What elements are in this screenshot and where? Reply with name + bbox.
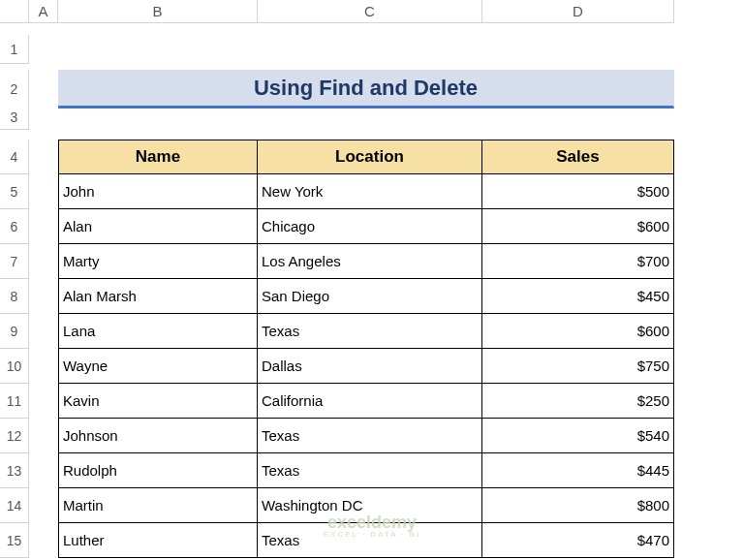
cell[interactable] (58, 35, 258, 64)
table-cell-sales[interactable]: $470 (482, 523, 674, 558)
row-header[interactable]: 8 (0, 279, 29, 314)
cell[interactable] (29, 105, 58, 130)
row-header[interactable]: 13 (0, 453, 29, 488)
cell[interactable] (258, 105, 482, 130)
table-cell-location[interactable]: Chicago (258, 209, 482, 244)
watermark-name: exceldemy (327, 513, 417, 531)
table-cell-sales[interactable]: $445 (482, 453, 674, 488)
select-all-corner[interactable] (0, 0, 29, 23)
cell[interactable] (482, 35, 674, 64)
watermark-tag: EXCEL · DATA · BI (324, 531, 421, 539)
col-header-d[interactable]: D (482, 0, 674, 23)
cell[interactable] (29, 70, 58, 109)
table-cell-name[interactable]: Lana (58, 314, 258, 349)
cell[interactable] (29, 523, 58, 558)
row-header[interactable]: 7 (0, 244, 29, 279)
table-cell-sales[interactable]: $450 (482, 279, 674, 314)
table-cell-location[interactable]: New York (258, 174, 482, 209)
row-header[interactable]: 9 (0, 314, 29, 349)
row-header[interactable]: 10 (0, 349, 29, 384)
col-header-b[interactable]: B (58, 0, 258, 23)
watermark: exceldemy EXCEL · DATA · BI (324, 513, 421, 539)
table-cell-name[interactable]: Rudolph (58, 453, 258, 488)
row-header[interactable]: 2 (0, 70, 29, 109)
table-cell-location[interactable]: Texas (258, 314, 482, 349)
table-cell-sales[interactable]: $600 (482, 209, 674, 244)
table-cell-name[interactable]: John (58, 174, 258, 209)
row-header[interactable]: 14 (0, 488, 29, 523)
table-cell-name[interactable]: Luther (58, 523, 258, 558)
cell[interactable] (29, 488, 58, 523)
cell[interactable] (29, 314, 58, 349)
cell[interactable] (29, 279, 58, 314)
col-header-c[interactable]: C (258, 0, 482, 23)
table-cell-name[interactable]: Alan (58, 209, 258, 244)
row-header[interactable]: 4 (0, 140, 29, 174)
table-cell-location[interactable]: San Diego (258, 279, 482, 314)
cell[interactable] (58, 105, 258, 130)
cell[interactable] (29, 244, 58, 279)
table-cell-name[interactable]: Kavin (58, 384, 258, 419)
cell[interactable] (29, 419, 58, 453)
cell[interactable] (29, 140, 58, 174)
table-cell-name[interactable]: Wayne (58, 349, 258, 384)
table-cell-name[interactable]: Marty (58, 244, 258, 279)
table-cell-location[interactable]: California (258, 384, 482, 419)
row-header[interactable]: 3 (0, 105, 29, 130)
cell[interactable] (29, 35, 58, 64)
table-cell-name[interactable]: Alan Marsh (58, 279, 258, 314)
header-location[interactable]: Location (258, 140, 482, 174)
header-name[interactable]: Name (58, 140, 258, 174)
cell[interactable] (29, 453, 58, 488)
col-header-a[interactable]: A (29, 0, 58, 23)
table-cell-location[interactable]: Texas (258, 419, 482, 453)
spreadsheet-grid[interactable]: A B C D 1 2 Using Find and Delete 3 4 Na… (0, 0, 744, 558)
table-cell-name[interactable]: Johnson (58, 419, 258, 453)
table-cell-name[interactable]: Martin (58, 488, 258, 523)
row-header[interactable]: 11 (0, 384, 29, 419)
title-cell[interactable]: Using Find and Delete (58, 70, 674, 109)
cell[interactable] (258, 35, 482, 64)
table-cell-location[interactable]: Dallas (258, 349, 482, 384)
table-cell-sales[interactable]: $250 (482, 384, 674, 419)
row-header[interactable]: 15 (0, 523, 29, 558)
row-header[interactable]: 5 (0, 174, 29, 209)
cell[interactable] (29, 209, 58, 244)
header-sales[interactable]: Sales (482, 140, 674, 174)
table-cell-sales[interactable]: $540 (482, 419, 674, 453)
table-cell-location[interactable]: Los Angeles (258, 244, 482, 279)
row-header[interactable]: 6 (0, 209, 29, 244)
table-cell-location[interactable]: Texas (258, 453, 482, 488)
table-cell-sales[interactable]: $700 (482, 244, 674, 279)
cell[interactable] (482, 105, 674, 130)
table-cell-sales[interactable]: $600 (482, 314, 674, 349)
table-cell-sales[interactable]: $800 (482, 488, 674, 523)
table-cell-sales[interactable]: $750 (482, 349, 674, 384)
cell[interactable] (29, 174, 58, 209)
table-cell-sales[interactable]: $500 (482, 174, 674, 209)
row-header[interactable]: 12 (0, 419, 29, 453)
cell[interactable] (29, 349, 58, 384)
cell[interactable] (29, 384, 58, 419)
row-header[interactable]: 1 (0, 35, 29, 64)
